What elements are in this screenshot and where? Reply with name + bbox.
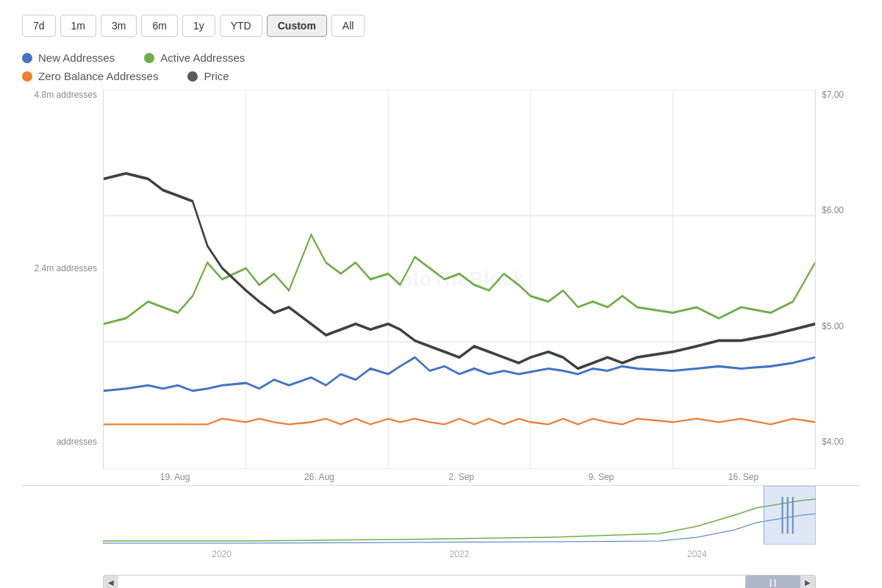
x-label-2: 26. Aug [304, 472, 334, 482]
overview-left-pad [22, 486, 103, 573]
overview-chart: 2020 2022 2024 [103, 486, 816, 573]
y-label-bot-left: addresses [22, 437, 97, 447]
main-chart-area: 4.8m addresses 2.4m addresses addresses … [22, 90, 860, 469]
legend-label-price: Price [204, 70, 229, 82]
legend-item-price[interactable]: Price [187, 70, 229, 82]
time-btn-6m[interactable]: 6m [141, 15, 177, 37]
svg-rect-10 [764, 486, 816, 545]
chart-wrapper: 4.8m addresses 2.4m addresses addresses … [22, 90, 860, 573]
y-label-2-right: $6.00 [822, 205, 860, 215]
scrollbar-right-button[interactable]: ▶ [800, 576, 815, 588]
overview-label-1: 2020 [212, 549, 232, 559]
overview-svg [103, 486, 816, 545]
legend-item-new-addresses[interactable]: New Addresses [22, 51, 115, 64]
legend-dot-new-addresses [22, 53, 32, 63]
legend-item-active-addresses[interactable]: Active Addresses [144, 51, 245, 64]
legend-label-zero-balance: Zero Balance Addresses [38, 70, 158, 82]
legend-item-zero-balance[interactable]: Zero Balance Addresses [22, 70, 158, 82]
y-axis-right: $7.00 $6.00 $5.00 $4.00 [816, 90, 860, 469]
time-btn-1y[interactable]: 1y [182, 15, 215, 37]
legend-label-active-addresses: Active Addresses [160, 51, 245, 64]
scrollbar-track: | | [118, 576, 800, 588]
time-btn-all[interactable]: All [331, 15, 365, 37]
main-chart-svg [104, 90, 815, 469]
legend-dot-price [187, 71, 198, 82]
y-axis-left: 4.8m addresses 2.4m addresses addresses [22, 90, 103, 469]
time-btn-3m[interactable]: 3m [101, 15, 137, 37]
overview-right-pad [816, 486, 860, 573]
time-btn-1m[interactable]: 1m [60, 15, 96, 37]
overview-labels: 2020 2022 2024 [103, 548, 816, 559]
page-container: 7d1m3m6m1yYTDCustomAll New AddressesActi… [0, 0, 882, 588]
legend-label-new-addresses: New Addresses [38, 51, 115, 64]
y-label-4-right: $4.00 [822, 437, 860, 447]
overview-label-3: 2024 [687, 549, 707, 559]
chart-legend: New AddressesActive AddressesZero Balanc… [22, 51, 860, 82]
time-btn-ytd[interactable]: YTD [220, 15, 262, 37]
legend-dot-zero-balance [22, 71, 32, 82]
x-label-1: 19. Aug [160, 472, 190, 482]
x-label-5: 16. Sep [728, 472, 759, 482]
overview-label-2: 2022 [450, 549, 470, 559]
time-range-selector: 7d1m3m6m1yYTDCustomAll [22, 15, 860, 37]
x-label-4: 9. Sep [589, 472, 614, 482]
chart-inner: IntoTheBlock [103, 90, 816, 469]
scrollbar-left-button[interactable]: ◀ [104, 576, 118, 588]
y-label-1-right: $7.00 [822, 90, 860, 100]
legend-dot-active-addresses [144, 53, 154, 63]
y-label-3-right: $5.00 [822, 321, 860, 331]
overview-section: 2020 2022 2024 ◀ | | [22, 485, 860, 573]
x-axis: 19. Aug 26. Aug 2. Sep 9. Sep 16. Sep [22, 472, 860, 482]
y-label-mid-left: 2.4m addresses [22, 263, 97, 273]
y-label-top-left: 4.8m addresses [22, 90, 97, 100]
time-btn-custom[interactable]: Custom [267, 15, 327, 37]
overview-inner: 2020 2022 2024 [22, 486, 860, 573]
time-btn-7d[interactable]: 7d [22, 15, 56, 37]
x-label-3: 2. Sep [448, 472, 474, 482]
